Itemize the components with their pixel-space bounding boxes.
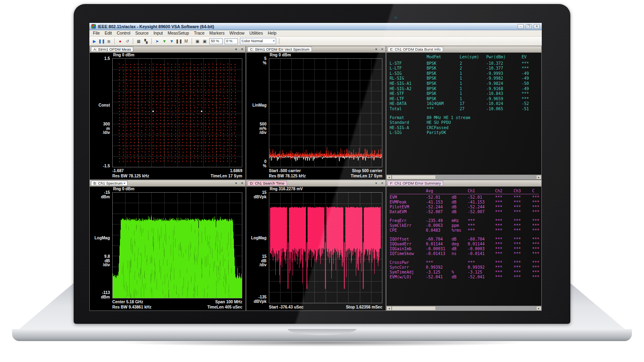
- restart-icon[interactable]: ↺: [124, 38, 131, 45]
- menu-utilities[interactable]: Utilities: [247, 30, 265, 36]
- panel-b-header[interactable]: B: Ch1 Spectrum ▾ ▾ ✕: [90, 180, 246, 187]
- marker-m-icon[interactable]: M: [183, 38, 190, 45]
- panel-d-tab[interactable]: D: Ch1 Search Time: [248, 181, 287, 186]
- error-cell: ***: [495, 270, 514, 275]
- layout-stack-icon[interactable]: ▚: [142, 38, 149, 45]
- minimize-button[interactable]: –: [518, 24, 524, 29]
- panel-c-header[interactable]: C: Strm1 OFDM Err Vect Spectrum ▾ ✕: [246, 46, 386, 53]
- menu-window[interactable]: Window: [227, 30, 247, 36]
- error-cell: -52.244: [468, 205, 495, 210]
- color-select[interactable]: Color Normal▾: [240, 38, 276, 44]
- error-cell: 0.99392: [426, 265, 452, 270]
- layout-grid-icon[interactable]: ▦: [135, 38, 142, 45]
- menu-edit[interactable]: Edit: [102, 30, 114, 36]
- scrollbar-track[interactable]: [436, 306, 536, 311]
- error-cell: -52.041: [426, 275, 452, 280]
- error-cell: -0.01413: [426, 251, 452, 256]
- panel-b-span-label: Span 100 MHz: [215, 300, 242, 304]
- menu-file[interactable]: File: [91, 30, 102, 36]
- burst-cell: BPSK: [427, 66, 460, 71]
- scroll-left-icon[interactable]: ◂: [386, 306, 392, 311]
- burst-row: HE-STFBPSK1-10.843***: [390, 91, 541, 97]
- error-cell: [452, 265, 468, 270]
- display-b-icon[interactable]: ▣: [201, 38, 208, 45]
- burst-cell: ***: [522, 61, 538, 66]
- burst-row: HE-DATA1024QAM17-10.024-52: [390, 101, 541, 107]
- panel-d-perdiv-label: 15 dB /div: [246, 255, 266, 267]
- panel-f-tab[interactable]: F: Ch1 OFDM Error Summary: [388, 181, 443, 186]
- panel-d-close-icon[interactable]: ✕: [380, 181, 384, 185]
- burst-row: L-SIGBPSK1-9.9993-49: [390, 71, 541, 76]
- panel-d-caret-icon[interactable]: ▾: [374, 181, 378, 185]
- error-cell: ns: [452, 251, 468, 256]
- pause-icon[interactable]: ❚❚: [98, 38, 105, 45]
- error-cell: ***: [468, 223, 495, 228]
- panel-b-tab[interactable]: B: Ch1 Spectrum ▾: [91, 181, 128, 186]
- panel-c-xstop-label: Stop 500 carrier: [352, 169, 382, 173]
- panel-c-tab[interactable]: C: Strm1 OFDM Err Vect Spectrum: [248, 47, 312, 52]
- error-col-header: [390, 189, 426, 193]
- panel-e-header[interactable]: E: Ch1 OFDM Data Burst Info: [386, 46, 541, 53]
- panel-a-range-label: Rng 0 dBm: [113, 53, 134, 58]
- maximize-button[interactable]: ❐: [526, 24, 532, 29]
- panel-c-close-icon[interactable]: ✕: [380, 47, 384, 51]
- scrollbar-thumb[interactable]: [392, 175, 436, 179]
- play-icon[interactable]: ▶: [91, 38, 98, 45]
- window-titlebar[interactable]: IEEE 802.11n/ac/ax - Keysight 89600 VSA …: [89, 23, 542, 30]
- panel-c-caret-icon[interactable]: ▾: [374, 47, 378, 51]
- scale-input[interactable]: 50 %: [209, 38, 223, 44]
- panel-a-close-icon[interactable]: ✕: [240, 47, 244, 51]
- error-cell: dB: [452, 200, 468, 205]
- error-row: IQGainImb-0.00031dB-0.0003*********: [390, 247, 541, 251]
- menu-meassetup[interactable]: MeasSetup: [165, 30, 192, 36]
- marker-pair-icon[interactable]: ❚❚: [175, 38, 182, 45]
- stop-icon[interactable]: ◼: [105, 38, 112, 45]
- panel-b-tab-caret-icon[interactable]: ▾: [124, 182, 125, 185]
- panel-e-hscrollbar[interactable]: ◂ ▸: [386, 175, 541, 179]
- panel-f-hscrollbar[interactable]: ◂ ▸: [386, 306, 541, 311]
- scrollbar-thumb[interactable]: [392, 306, 436, 311]
- marker-green-icon[interactable]: ▼: [161, 38, 168, 45]
- menu-input[interactable]: Input: [151, 30, 165, 36]
- error-cell: ***: [532, 228, 541, 233]
- error-cell: mHz: [452, 218, 468, 223]
- burst-info-cell: 80 MHz HE 1 stream: [427, 115, 541, 121]
- panel-b-caret-icon[interactable]: ▾: [234, 181, 238, 185]
- burst-info-cell: Format: [390, 115, 427, 121]
- marker-blue-icon[interactable]: ▼: [168, 38, 175, 45]
- burst-cell: 27: [460, 107, 486, 112]
- error-cell: ***: [468, 228, 495, 233]
- evm-spectrum-canvas: [269, 58, 382, 167]
- menu-markers[interactable]: Markers: [207, 30, 227, 36]
- burst-info: Format80 MHz HE 1 streamStandardHE SU PP…: [390, 115, 541, 136]
- error-cell: -3.125: [426, 270, 452, 275]
- error-row: IQQuadErr0.01144deg0.01144*********: [390, 242, 541, 247]
- close-button[interactable]: ✕: [534, 24, 540, 29]
- offset-input[interactable]: 0 %: [225, 38, 238, 44]
- menu-help[interactable]: Help: [265, 30, 279, 36]
- scroll-right-icon[interactable]: ▸: [536, 306, 541, 311]
- panel-a-tab[interactable]: A: Strm1 OFDM Meas: [91, 47, 133, 52]
- panel-burst-info: E: Ch1 OFDM Data Burst Info ModFmtLen(sy…: [386, 46, 542, 180]
- panel-d-header[interactable]: D: Ch1 Search Time ▾ ✕: [246, 180, 386, 187]
- panel-d-trace-format-label: LogMag: [246, 236, 266, 241]
- scrollbar-track[interactable]: [436, 175, 536, 179]
- panel-c-footer-row: Res BW 78.125 kHz TimeLen 17 Sym: [269, 174, 382, 179]
- scroll-right-icon[interactable]: ▸: [536, 175, 541, 179]
- menu-trace[interactable]: Trace: [192, 30, 207, 36]
- menu-control[interactable]: Control: [114, 30, 133, 36]
- scroll-left-icon[interactable]: ◂: [386, 175, 392, 179]
- burst-info-cell: HE-SIG-A: [390, 125, 427, 131]
- panel-e-tab[interactable]: E: Ch1 OFDM Data Burst Info: [388, 47, 443, 52]
- error-cell: ***: [532, 242, 541, 247]
- display-a-icon[interactable]: ▣: [194, 38, 201, 45]
- pointer-icon[interactable]: ➤: [154, 38, 161, 45]
- panel-a-caret-icon[interactable]: ▾: [234, 47, 238, 51]
- toolbar-separator: [279, 38, 279, 44]
- panel-f-header[interactable]: F: Ch1 OFDM Error Summary: [386, 180, 541, 187]
- menu-source[interactable]: Source: [133, 30, 151, 36]
- panel-a-header[interactable]: A: Strm1 OFDM Meas ▾ ✕: [90, 46, 246, 53]
- burst-row: L-LTFBPSK2-10.377***: [390, 66, 541, 71]
- panel-b-close-icon[interactable]: ✕: [240, 181, 244, 185]
- record-icon[interactable]: ●: [117, 38, 124, 45]
